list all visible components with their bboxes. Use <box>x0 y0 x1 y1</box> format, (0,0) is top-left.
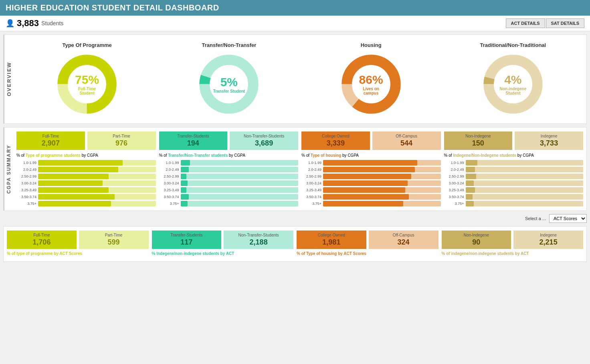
bar-track <box>323 201 441 206</box>
act-card-label-3-1: Indegene <box>517 233 580 237</box>
bar-fill <box>323 167 415 172</box>
cgpa-chart-title-2: % of Type of housing by CGPA <box>301 153 441 158</box>
bar-row: 2.0-2.49 <box>444 167 584 172</box>
act-card-label-1-0: Transfer-Students <box>155 233 218 237</box>
cgpa-chart-title-1: % of Transfer/Non-Transfer students by C… <box>159 153 299 158</box>
bar-label: 2.50-2.99 <box>444 174 464 178</box>
bar-row: 3.50-3.74 <box>16 194 156 200</box>
bar-label: 3.50-3.74 <box>16 195 36 199</box>
bar-fill <box>323 160 417 166</box>
stat-card-3-1: Indegene 3,733 <box>515 131 583 150</box>
donut-label-3: Non-indegene Student <box>497 87 529 95</box>
bar-fill <box>466 167 475 172</box>
bar-chart: 1.0-1.99 2.0-2.49 2.50-2.99 3.00-3.24 3.… <box>444 160 584 206</box>
user-icon: 👤 <box>6 19 14 28</box>
bar-row: 3.25-3.49 <box>444 187 584 193</box>
header: HIGHER EDUCATION STUDENT DETAIL DASHBOAR… <box>0 0 590 16</box>
card-label-2-1: Off-Campus <box>376 134 438 138</box>
student-count-value: 3,883 <box>17 18 39 28</box>
act-col-3: Non-Indegene 90 Indegene 2,215 % of inde… <box>442 231 584 257</box>
bar-fill <box>466 180 474 186</box>
overview-charts: Type Of Programme 75% Full-Time Student … <box>14 35 586 123</box>
bar-track <box>38 201 156 206</box>
card-value-2-0: 3,339 <box>305 139 367 148</box>
bar-track <box>38 160 156 166</box>
bar-fill <box>323 174 411 179</box>
bar-track <box>466 180 584 186</box>
bar-row: 2.0-2.49 <box>301 167 441 172</box>
bar-row: 3.00-3.24 <box>301 180 441 186</box>
bar-fill <box>181 187 187 193</box>
bar-label: 3.00-3.24 <box>301 181 321 185</box>
card-label-2-0: College Owned <box>305 134 367 138</box>
bar-fill <box>38 174 109 179</box>
bar-label: 1.0-1.99 <box>16 161 36 165</box>
act-chart-title-2: % of Type of housing by ACT Scores <box>297 251 438 256</box>
overview-chart-title-0: Type Of Programme <box>62 42 111 48</box>
bar-track <box>181 194 299 200</box>
bar-fill <box>181 201 188 206</box>
cgpa-col-0: Full-Time 2,907 Part-Time 976 % of Type … <box>16 131 156 206</box>
stat-card-3-0: Non-Indegene 150 <box>444 131 513 150</box>
bar-chart: 1.0-1.99 2.0-2.49 2.50-2.99 3.00-3.24 3.… <box>16 160 156 206</box>
bar-row: 2.50-2.99 <box>159 174 299 179</box>
bar-track <box>38 194 156 200</box>
bar-fill <box>181 167 189 172</box>
act-card-2-0: College Owned 1,981 <box>297 231 366 249</box>
overview-chart-0: Type Of Programme 75% Full-Time Student <box>16 39 158 119</box>
act-col-1: Transfer-Students 117 Non-Transfer-Stude… <box>152 231 294 257</box>
score-type-select[interactable]: ACT ScoresSAT Scores <box>549 214 587 223</box>
bar-row: 1.0-1.99 <box>444 160 584 166</box>
act-card-0-1: Part-Time 599 <box>79 231 149 249</box>
cgpa-col-1: Transfer-Students 194 Non-Transfer-Stude… <box>159 131 299 206</box>
card-label-3-1: Indegene <box>518 134 580 138</box>
overview-chart-3: Traditional/Non-Traditional 4% Non-indeg… <box>442 39 584 119</box>
bar-fill <box>323 201 403 206</box>
bar-row: 3.75+ <box>301 201 441 206</box>
act-chart-title-1: % Indegene/non-indegene students by ACT <box>152 251 294 256</box>
sat-details-button[interactable]: SAT DETAILS <box>546 18 584 28</box>
detail-buttons: ACT DETAILS SAT DETAILS <box>506 18 584 28</box>
donut-1: 5% Transfer Student <box>197 52 261 116</box>
bar-label: 3.00-3.24 <box>159 181 179 185</box>
bar-fill <box>466 201 474 206</box>
donut-0: 75% Full-Time Student <box>55 52 119 116</box>
bar-track <box>466 194 584 200</box>
bar-row: 3.25-3.49 <box>16 187 156 193</box>
act-card-value-2-0: 1,981 <box>300 238 363 247</box>
bar-chart: 1.0-1.99 2.0-2.49 2.50-2.99 3.00-3.24 3.… <box>301 160 441 206</box>
bar-track <box>323 160 441 166</box>
bar-chart: 1.0-1.99 2.0-2.49 2.50-2.99 3.00-3.24 3.… <box>159 160 299 206</box>
student-count-area: 👤 3,883 Students <box>6 18 63 28</box>
donut-pct-0: 75% <box>71 73 103 87</box>
act-card-3-1: Indegene 2,215 <box>513 231 583 249</box>
card-value-3-1: 3,733 <box>518 139 580 148</box>
bar-fill <box>38 180 103 186</box>
cgpa-section: CGPA SUMMARY Full-Time 2,907 Part-Time 9… <box>3 127 587 211</box>
stat-card-1-0: Transfer-Students 194 <box>159 131 228 150</box>
bar-label: 3.50-3.74 <box>444 195 464 199</box>
bar-label: 3.25-3.49 <box>301 188 321 192</box>
act-card-label-1-1: Non-Transfer-Students <box>227 233 290 237</box>
bar-track <box>323 167 441 172</box>
overview-chart-title-1: Transfer/Non-Transfer <box>202 42 256 48</box>
bar-track <box>466 201 584 206</box>
bar-row: 3.00-3.24 <box>159 180 299 186</box>
donut-label-2: Lives on campus <box>355 87 387 95</box>
bar-fill <box>38 167 118 172</box>
bar-label: 2.50-2.99 <box>301 174 321 178</box>
bar-row: 3.75+ <box>159 201 299 206</box>
cgpa-col-2: College Owned 3,339 Off-Campus 544 % of … <box>301 131 441 206</box>
bar-row: 2.50-2.99 <box>16 174 156 179</box>
act-card-1-1: Non-Transfer-Students 2,188 <box>224 231 293 249</box>
bar-track <box>181 167 299 172</box>
bar-label: 2.0-2.49 <box>444 168 464 172</box>
bar-row: 3.75+ <box>16 201 156 206</box>
bar-label: 3.75+ <box>301 202 321 206</box>
bar-row: 3.75+ <box>444 201 584 206</box>
act-details-button[interactable]: ACT DETAILS <box>506 18 545 28</box>
cgpa-label: CGPA SUMMARY <box>4 127 13 210</box>
student-count-label: Students <box>41 20 63 26</box>
bar-row: 3.50-3.74 <box>301 194 441 200</box>
card-value-0-1: 976 <box>91 139 153 148</box>
